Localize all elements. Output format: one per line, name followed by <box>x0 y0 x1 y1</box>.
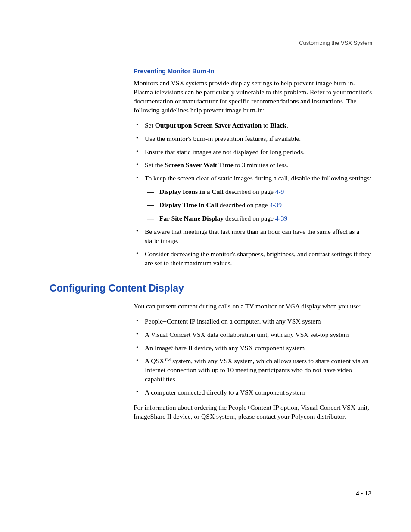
bullet-item: A computer connected directly to a VSX c… <box>134 388 372 397</box>
page-root: Customizing the VSX System Preventing Mo… <box>0 0 411 453</box>
bullet-item: Ensure that static images are not displa… <box>134 148 372 157</box>
bold-text: Far Site Name Display <box>159 215 224 222</box>
text: described on page <box>218 201 270 208</box>
bullet-item: An ImageShare II device, with any VSX co… <box>134 344 372 353</box>
bullet-item: To keep the screen clear of static image… <box>134 174 372 223</box>
text: to <box>262 121 270 129</box>
dash-list: Display Icons in a Call described on pag… <box>145 187 372 223</box>
bullet-list-2: People+Content IP installed on a compute… <box>134 317 372 397</box>
content-column: Preventing Monitor Burn-In Monitors and … <box>134 68 372 268</box>
bullet-item: Be aware that meetings that last more th… <box>134 227 372 246</box>
bullet-item: Set Output upon Screen Saver Activation … <box>134 121 372 130</box>
bullet-item: People+Content IP installed on a compute… <box>134 317 372 326</box>
intro-paragraph-2: You can present content during calls on … <box>134 302 372 311</box>
text: Set <box>145 121 155 129</box>
bullet-item: Use the monitor's burn-in prevention fea… <box>134 134 372 143</box>
section-heading-content-display: Configuring Content Display <box>50 283 372 294</box>
bullet-item: Set the Screen Saver Wait Time to 3 minu… <box>134 161 372 170</box>
bold-text: Display Icons in a Call <box>159 188 224 195</box>
bullet-item: A QSX™ system, with any VSX system, whic… <box>134 357 372 384</box>
dash-item: Far Site Name Display described on page … <box>145 214 372 223</box>
text: described on page <box>224 215 275 222</box>
bullet-item: Consider decreasing the monitor's sharpn… <box>134 250 372 268</box>
text: . <box>286 121 288 129</box>
text: to 3 minutes or less. <box>234 161 289 168</box>
text: described on page <box>224 188 275 195</box>
running-header: Customizing the VSX System <box>50 40 372 46</box>
bold-text: Output upon Screen Saver Activation <box>155 121 262 129</box>
subheading-burnin: Preventing Monitor Burn-In <box>134 68 372 75</box>
closing-paragraph: For information about ordering the Peopl… <box>134 403 372 421</box>
page-link[interactable]: 4-39 <box>270 201 282 208</box>
bold-text: Display Time in Call <box>159 201 218 208</box>
page-link[interactable]: 4-39 <box>275 215 287 222</box>
text: Set the <box>145 161 165 168</box>
bold-text: Black <box>270 121 286 129</box>
text: To keep the screen clear of static image… <box>145 174 371 182</box>
bold-text: Screen Saver Wait Time <box>165 161 234 168</box>
dash-item: Display Time in Call described on page 4… <box>145 201 372 210</box>
header-divider <box>50 50 372 50</box>
intro-paragraph-1: Monitors and VSX systems provide display… <box>134 79 372 115</box>
bullet-list-1: Set Output upon Screen Saver Activation … <box>134 121 372 268</box>
page-link[interactable]: 4-9 <box>275 188 284 195</box>
page-number: 4 - 13 <box>356 490 371 497</box>
content-column-2: You can present content during calls on … <box>134 302 372 421</box>
bullet-item: A Visual Concert VSX data collaboration … <box>134 330 372 339</box>
dash-item: Display Icons in a Call described on pag… <box>145 187 372 196</box>
